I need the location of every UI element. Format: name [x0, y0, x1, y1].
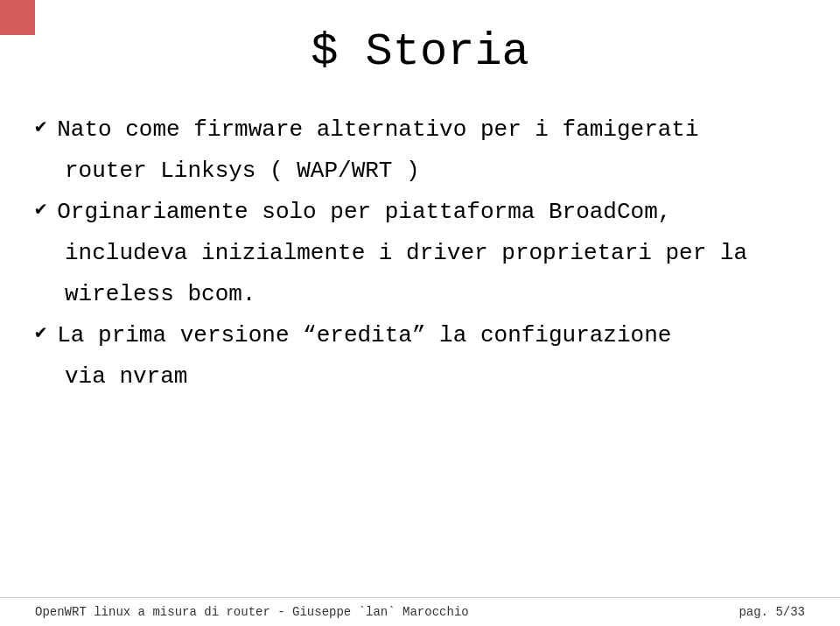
bullet1-line1: Nato come firmware alternativo per i fam…	[57, 113, 698, 147]
bullet-item-1: ✔ Nato come firmware alternativo per i f…	[35, 113, 805, 147]
checkmark-2: ✔	[35, 197, 46, 221]
footer-left-text: OpenWRT linux a misura di router - Giuse…	[35, 605, 469, 619]
slide-title: $ Storia	[35, 26, 805, 78]
bullet3-line1: La prima versione “eredita” la configura…	[57, 319, 671, 353]
bullet1-line2: router Linksys ( WAP/WRT )	[35, 154, 805, 188]
bullet2-line3: wireless bcom.	[35, 278, 805, 312]
bullet-item-3: ✔ La prima versione “eredita” la configu…	[35, 319, 805, 353]
bullet2-line2: includeva inizialmente i driver propriet…	[35, 236, 805, 271]
bullet2-line1: Orginariamente solo per piattaforma Broa…	[57, 195, 671, 229]
checkmark-1: ✔	[35, 115, 46, 138]
bullet3-line2: via nvram	[35, 360, 805, 394]
checkmark-3: ✔	[35, 320, 46, 344]
footer-right-text: pag. 5/33	[738, 605, 805, 619]
bullet-item-2: ✔ Orginariamente solo per piattaforma Br…	[35, 195, 805, 229]
top-decoration	[0, 0, 35, 35]
slide-footer: OpenWRT linux a misura di router - Giuse…	[0, 597, 840, 626]
main-content: $ Storia ✔ Nato come firmware alternativ…	[0, 0, 840, 597]
slide-container: $ Storia ✔ Nato come firmware alternativ…	[0, 0, 840, 626]
